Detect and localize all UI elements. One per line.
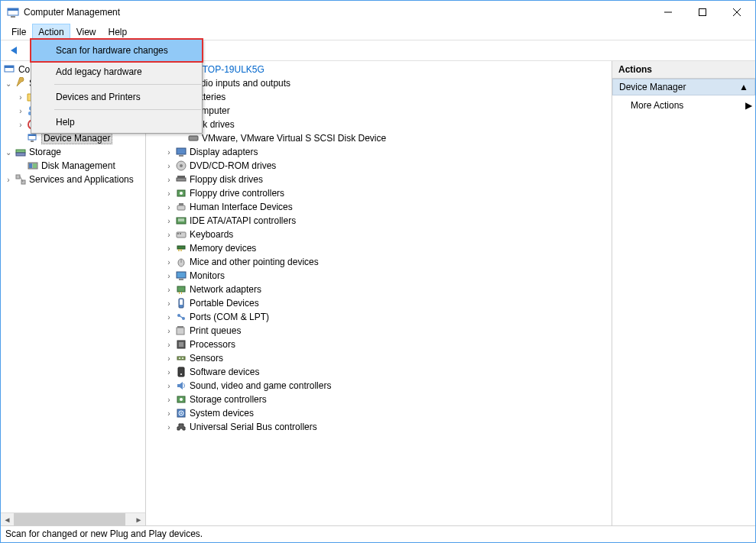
back-button[interactable] xyxy=(5,42,22,59)
svg-rect-4 xyxy=(699,9,706,16)
expand-icon[interactable]: › xyxy=(163,189,175,198)
expand-icon[interactable]: › xyxy=(163,148,175,157)
menu-devices-printers[interactable]: Devices and Printers xyxy=(31,86,202,108)
expand-icon[interactable]: › xyxy=(15,93,27,102)
category-icon xyxy=(175,283,187,296)
actions-header: Actions xyxy=(612,61,755,79)
expand-icon[interactable]: › xyxy=(163,203,175,212)
category-label: Processors xyxy=(190,339,235,350)
tree-computer[interactable]: ›Computer xyxy=(146,104,612,118)
expand-icon[interactable]: › xyxy=(15,121,27,129)
expand-icon[interactable]: › xyxy=(163,354,175,363)
device-category[interactable]: ›Keyboards xyxy=(146,228,612,241)
tree-storage[interactable]: ⌄ Storage xyxy=(1,145,145,159)
expand-icon[interactable]: › xyxy=(15,107,27,115)
expand-icon[interactable]: › xyxy=(163,382,175,390)
scroll-left-icon[interactable]: ◄ xyxy=(1,513,14,525)
category-icon xyxy=(175,160,187,172)
expand-icon[interactable]: › xyxy=(163,313,175,322)
expand-icon[interactable]: › xyxy=(163,244,175,253)
expand-icon[interactable]: › xyxy=(163,176,175,184)
expand-icon[interactable]: › xyxy=(163,368,175,377)
category-icon xyxy=(175,338,187,351)
device-category[interactable]: ›Sensors xyxy=(146,351,612,365)
device-category[interactable]: ›Network adapters xyxy=(146,283,612,296)
category-label: IDE ATA/ATAPI controllers xyxy=(190,215,296,226)
tree-disk-child[interactable]: VMware, VMware Virtual S SCSI Disk Devic… xyxy=(146,131,612,145)
device-tree-pane[interactable]: ⌄ DESKTOP-19ULK5G ›Audio inputs and outp… xyxy=(146,61,612,525)
tree-disk-drives[interactable]: ⌄Disk drives xyxy=(146,118,612,131)
status-bar: Scan for changed or new Plug and Play de… xyxy=(1,525,755,542)
device-category[interactable]: ›Mice and other pointing devices xyxy=(146,255,612,269)
menu-view[interactable]: View xyxy=(70,24,102,40)
expand-icon[interactable]: › xyxy=(163,286,175,294)
tree-services-apps[interactable]: › Services and Applications xyxy=(1,173,145,186)
collapse-icon[interactable]: ▲ xyxy=(739,82,748,92)
device-category[interactable]: ›IDE ATA/ATAPI controllers xyxy=(146,214,612,228)
tree-audio[interactable]: ›Audio inputs and outputs xyxy=(146,76,612,90)
menu-add-legacy[interactable]: Add legacy hardware xyxy=(31,61,202,82)
scroll-thumb[interactable] xyxy=(14,513,125,525)
menu-scan-hardware[interactable]: Scan for hardware changes xyxy=(31,40,202,61)
category-icon xyxy=(175,146,187,158)
expand-icon[interactable]: › xyxy=(163,327,175,335)
menu-file[interactable]: File xyxy=(5,24,32,40)
svg-point-77 xyxy=(180,398,183,401)
expand-icon[interactable]: › xyxy=(163,396,175,404)
actions-pane: Actions Device Manager ▲ More Actions ▶ xyxy=(612,61,755,525)
category-label: Network adapters xyxy=(190,284,261,295)
expand-icon[interactable]: › xyxy=(163,299,175,308)
svg-rect-36 xyxy=(179,155,183,157)
device-category[interactable]: ›Portable Devices xyxy=(146,296,612,310)
device-category[interactable]: ›Ports (COM & LPT) xyxy=(146,310,612,324)
expand-icon[interactable]: ⌄ xyxy=(2,79,15,88)
device-category[interactable]: ›Memory devices xyxy=(146,241,612,255)
expand-icon[interactable]: › xyxy=(163,231,175,239)
device-category[interactable]: ›Monitors xyxy=(146,269,612,283)
minimize-button[interactable] xyxy=(651,2,685,24)
menu-action[interactable]: Action xyxy=(32,24,70,40)
expand-icon[interactable]: › xyxy=(163,423,175,431)
device-category[interactable]: ›Floppy drive controllers xyxy=(146,186,612,200)
expand-icon[interactable]: › xyxy=(163,341,175,349)
device-category[interactable]: ›Human Interface Devices xyxy=(146,200,612,214)
expand-icon[interactable]: › xyxy=(163,217,175,225)
device-category[interactable]: ›Software devices xyxy=(146,365,612,379)
svg-rect-68 xyxy=(177,326,183,328)
svg-rect-40 xyxy=(177,176,185,178)
menu-help[interactable]: Help xyxy=(102,24,134,40)
more-actions[interactable]: More Actions ▶ xyxy=(612,95,755,115)
svg-rect-51 xyxy=(177,246,185,249)
scroll-right-icon[interactable]: ► xyxy=(132,513,145,525)
svg-rect-2 xyxy=(11,16,15,18)
device-category[interactable]: ›Sound, video and game controllers xyxy=(146,379,612,393)
expand-icon[interactable]: › xyxy=(163,409,175,418)
tree-disk-management[interactable]: Disk Management xyxy=(1,159,145,173)
expand-icon[interactable]: ⌄ xyxy=(2,148,15,157)
actions-section[interactable]: Device Manager ▲ xyxy=(612,79,755,95)
left-hscrollbar[interactable]: ◄ ► xyxy=(1,512,145,525)
device-category[interactable]: ›Universal Serial Bus controllers xyxy=(146,420,612,434)
category-icon xyxy=(175,256,187,268)
device-root[interactable]: ⌄ DESKTOP-19ULK5G xyxy=(146,63,612,76)
expand-icon[interactable]: › xyxy=(2,176,15,184)
svg-rect-1 xyxy=(8,8,18,11)
device-category[interactable]: ›DVD/CD-ROM drives xyxy=(146,159,612,173)
menu-help-item[interactable]: Help xyxy=(31,112,202,133)
device-category[interactable]: ›Floppy disk drives xyxy=(146,173,612,186)
expand-icon[interactable]: › xyxy=(163,272,175,280)
device-manager-icon xyxy=(27,132,39,144)
device-category[interactable]: ›Display adapters xyxy=(146,145,612,159)
tree-batteries[interactable]: ›Batteries xyxy=(146,90,612,104)
device-category[interactable]: ›Print queues xyxy=(146,324,612,338)
device-category[interactable]: ›Storage controllers xyxy=(146,393,612,406)
device-category[interactable]: ›Processors xyxy=(146,338,612,351)
expand-icon[interactable]: › xyxy=(163,162,175,170)
category-label: Display adapters xyxy=(190,147,258,157)
device-category[interactable]: ›System devices xyxy=(146,406,612,420)
svg-rect-61 xyxy=(181,292,182,294)
svg-rect-53 xyxy=(180,249,180,251)
expand-icon[interactable]: › xyxy=(163,258,175,267)
close-button[interactable] xyxy=(719,2,754,24)
maximize-button[interactable] xyxy=(685,2,719,24)
